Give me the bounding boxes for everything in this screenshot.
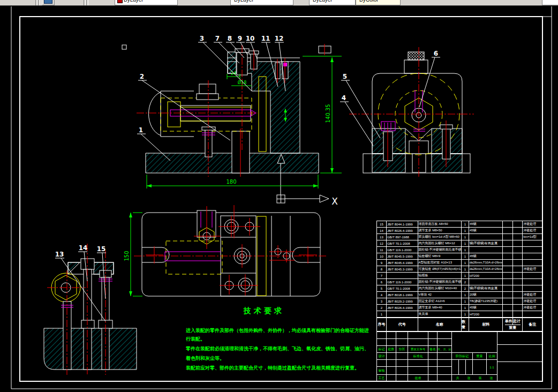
bom-cell-unit-weight — [503, 298, 513, 304]
bom-cell-remark — [523, 247, 542, 253]
dim-total-height: 140.35 — [325, 104, 331, 123]
bom-cell-unit-weight — [503, 228, 513, 233]
bom-header-code: 代号 — [387, 318, 418, 331]
bom-cell-name: 调节支承 M8×40 — [418, 305, 462, 311]
bom-cell-unit-weight — [503, 279, 513, 285]
bom-cell-material: HT200 — [469, 273, 503, 278]
bom-cell-code: GB/T 70.1-2008 — [387, 285, 418, 291]
bom-row: 6 GB/T 119.1-2000 圆柱销-不淬硬钢和奥氏体不锈钢 4×30 2 — [377, 279, 542, 285]
toolbar-separator — [38, 0, 40, 5]
bom-row: 9 JB/T 8045.4-1999 A型钻套用衬套 A10×13 1 d≤26… — [377, 260, 542, 266]
label-page: 第 — [479, 376, 482, 381]
bom-row: 4 JB/T 8018.1-1999 V形块 42 1 20钢 淬硬处理 — [377, 292, 542, 298]
bom-cell-remark — [523, 279, 542, 285]
bom-cell-total-weight — [513, 253, 523, 259]
bom-cell-unit-weight — [503, 247, 513, 253]
tech-requirement-line: 着色剂和灰尘等。 — [186, 355, 372, 362]
bom-row: 15 JB/T 8044.1-1999 球面带肩压板 A8×50 1 45钢 淬… — [377, 221, 542, 228]
linetype-control-combobox[interactable]: ByLayer — [230, 0, 293, 5]
bom-cell-material: d≤26mm,T10A d>26mm,20钢 — [469, 266, 503, 272]
plotstyle-control-combobox[interactable]: ByColor — [356, 0, 401, 5]
dimensions: 180 140.35 150 24 Ø18 — [124, 56, 342, 296]
bom-cell-total-weight — [513, 298, 523, 304]
bom-cell-total-weight — [513, 247, 523, 253]
bom-row: 12 GB/T 70.1-2008 内六角圆柱头螺钉 M6×12 1 钢(不锈钢… — [377, 240, 542, 247]
bom-cell-qty: 1 — [462, 266, 469, 272]
balloon-7: 7 — [215, 35, 220, 42]
label-total-sheets: 共 — [456, 376, 459, 381]
color-control-combobox[interactable]: ByLayer — [115, 0, 178, 5]
bom-cell-qty: 1 — [462, 311, 469, 317]
label-sign: 签名 — [428, 346, 438, 353]
dim-base-width: 180 — [226, 179, 236, 185]
bom-cell-code: JB/T 8026.4-1999 — [387, 228, 418, 233]
bom-cell-total-weight — [513, 311, 523, 317]
bom-cell-unit-weight — [503, 305, 513, 311]
label-review: 审核 — [377, 367, 387, 375]
balloon-3: 3 — [200, 35, 204, 42]
balloon-12: 12 — [275, 35, 284, 42]
bom-header-remark: 备注 — [523, 318, 542, 331]
bom-cell-remark — [523, 253, 542, 259]
bom-cell-qty: 1 — [462, 260, 469, 266]
bom-row: 7 钻模板 1 HT200 — [377, 273, 542, 279]
bom-cell-no: 1 — [377, 311, 387, 317]
bom-cell-remark — [523, 260, 542, 266]
label-zone: 分区 — [396, 346, 408, 353]
bom-header-material: 材料 — [469, 318, 503, 331]
bom-cell-name: 双头螺柱 bm=1d-A型 M8×60 — [418, 234, 462, 240]
bom-cell-no: 14 — [377, 228, 387, 233]
bom-cell-name: 球面带肩压板 A8×50 — [418, 221, 462, 227]
bom-row: 5 GB/T 70.1-2008 内六角圆柱头螺钉 M10×40 2 钢(不锈钢… — [377, 285, 542, 292]
color-control-value: ByLayer — [124, 0, 144, 3]
tech-requirements-title: 技术要求 — [244, 306, 284, 316]
bom-cell-unit-weight — [503, 266, 513, 272]
bom-cell-total-weight — [513, 279, 523, 285]
label-process: 工艺 — [377, 375, 387, 382]
toolbar-edge-combobox[interactable] — [542, 0, 558, 5]
front-section-view — [137, 45, 319, 195]
bom-cell-remark: 淬硬处理 — [523, 305, 542, 311]
bom-cell-name: 固定支承钉 A12×6 — [418, 298, 462, 304]
color-swatch — [117, 0, 123, 3]
bom-cell-unit-weight — [503, 311, 513, 317]
bom-cell-code: GB/T 897-1988 — [387, 234, 418, 240]
label-doc-no: 更改文件号 — [408, 346, 428, 353]
bom-cell-qty: 1 — [462, 253, 469, 259]
balloon-13: 13 — [55, 251, 64, 258]
bom-cell-total-weight — [513, 260, 523, 266]
bom-cell-unit-weight — [503, 292, 513, 298]
bom-header-total: 总计 — [513, 318, 521, 325]
bom-cell-name: 调节支承 M8×50 — [418, 228, 462, 233]
dim-bush-spacing: 24 — [231, 71, 236, 76]
bom-cell-total-weight — [513, 234, 523, 240]
bom-cell-qty: 1 — [462, 240, 469, 246]
title-block-revision-grid: 标记 处数 分区 更改文件号 签名 年、月、日 设计 标准化 审核 工艺 批准 — [377, 332, 452, 382]
bom-cell-unit-weight — [503, 253, 513, 259]
label-stage: 阶段标记 — [452, 353, 473, 360]
bom-cell-code — [387, 273, 418, 278]
bom-cell-remark: 淬硬处理 — [523, 292, 542, 298]
layers-button[interactable] — [42, 0, 55, 5]
bom-cell-material: 钢(不锈钢)有色金属 — [469, 285, 503, 291]
bom-cell-qty: 1 — [462, 292, 469, 298]
bom-cell-code: JB/T 8045.3-1999 — [387, 266, 418, 272]
bom-header-no: 序号 — [377, 318, 387, 331]
lineweight-control-combobox[interactable]: ByLayer — [309, 0, 356, 5]
right-end-view — [349, 47, 474, 177]
tech-requirement-line: 进入装配的零件及部件（包括外购件、外协件），均必须具有检验部门的合格证方能进 — [186, 327, 372, 334]
bom-cell-no: 5 — [377, 285, 387, 291]
label-scale: 比例 — [487, 353, 497, 360]
bom-cell-qty: 2 — [462, 285, 469, 291]
bom-cell-code: JB/T 8018.1-1999 — [387, 292, 418, 298]
bom-header-weight: 单件 总计 重量 — [503, 318, 523, 331]
bom-cell-total-weight — [513, 292, 523, 298]
label-count: 处数 — [387, 346, 396, 353]
bom-cell-no: 10 — [377, 253, 387, 259]
bom-cell-remark: 淬硬处理 — [523, 298, 542, 304]
bom-cell-remark: 淬硬处理 — [523, 221, 542, 227]
bom-cell-material: 钢(不锈钢)有色金属 — [469, 240, 503, 246]
balloon-2: 2 — [140, 73, 144, 80]
tech-requirement-line: 装配前应对零、部件的主要配合尺寸，特别是过盈配合尺寸及相关精度进行复查。 — [186, 365, 372, 372]
x-view-label: X — [331, 196, 338, 207]
